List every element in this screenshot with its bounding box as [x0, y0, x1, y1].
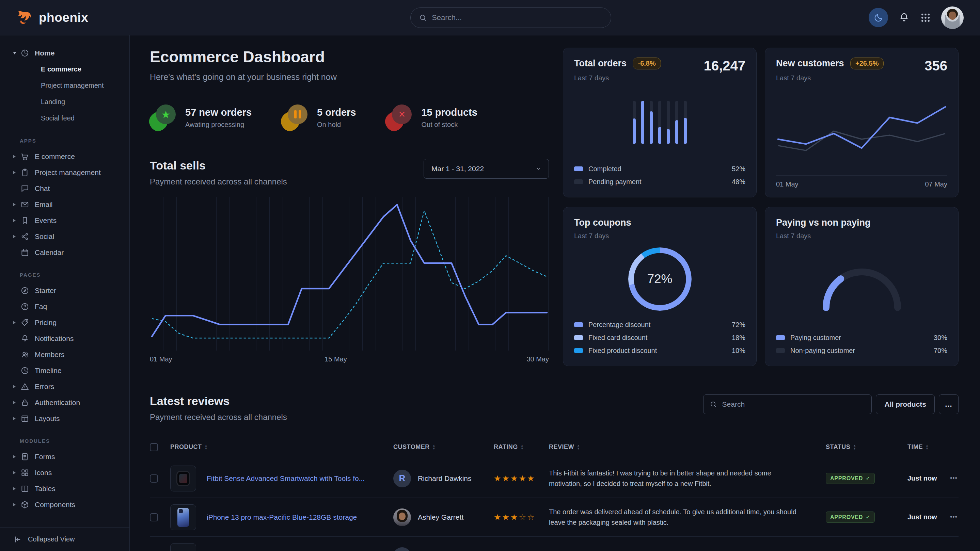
- clipboard-icon: [21, 168, 29, 177]
- legend-row: Percentage discount 72%: [574, 318, 745, 331]
- legend-swatch: [574, 335, 583, 340]
- review-text: The order was delivered ahead of schedul…: [549, 507, 826, 528]
- brand[interactable]: phoenix: [16, 10, 88, 25]
- global-search-input[interactable]: [432, 13, 603, 22]
- sidebar-item-e-commerce[interactable]: E commerce: [6, 148, 123, 164]
- sidebar-item-social[interactable]: Social: [6, 229, 123, 245]
- file-icon: [21, 452, 29, 461]
- share-icon: [21, 232, 29, 241]
- collapsed-view-toggle[interactable]: Collapsed View: [0, 527, 129, 551]
- sidebar-item-notifications[interactable]: Notifications: [6, 330, 123, 346]
- theme-toggle-button[interactable]: [869, 8, 888, 27]
- brand-name: phoenix: [39, 11, 88, 25]
- sort-icon[interactable]: ▲▼: [926, 444, 929, 450]
- product-thumbnail[interactable]: [170, 465, 196, 491]
- sidebar-item-starter[interactable]: Starter: [6, 283, 123, 299]
- card-period: Last 7 days: [574, 232, 631, 240]
- sort-icon[interactable]: ▲▼: [433, 444, 436, 450]
- card-period: Last 7 days: [776, 232, 871, 240]
- product-thumbnail[interactable]: [170, 504, 196, 530]
- kpi-cards: Total orders -6.8% Last 7 days 16,247 Co…: [563, 48, 959, 380]
- row-more-button[interactable]: •••: [950, 514, 959, 521]
- row-more-button[interactable]: •••: [950, 475, 959, 482]
- select-all-checkbox[interactable]: [150, 443, 158, 451]
- date-range-select[interactable]: Mar 1 - 31, 2022: [423, 159, 549, 179]
- reviews-search[interactable]: [703, 394, 872, 414]
- caret-right-icon: [13, 219, 20, 222]
- sidebar-item-project-management[interactable]: Project management: [6, 164, 123, 180]
- donut-center-value: 72%: [628, 248, 692, 311]
- sidebar-item-email[interactable]: Email: [6, 196, 123, 212]
- sort-icon[interactable]: ▲▼: [521, 444, 524, 450]
- reviews-search-input[interactable]: [722, 400, 865, 408]
- latest-reviews-section: Latest reviews Payment received across a…: [150, 394, 959, 551]
- sort-icon[interactable]: ▲▼: [577, 444, 580, 450]
- moon-icon: [873, 13, 884, 23]
- top-coupons-legend: Percentage discount 72% Fixed card disco…: [574, 318, 745, 357]
- apps-grid-button[interactable]: [920, 12, 931, 23]
- sidebar-item-icons[interactable]: Icons: [6, 465, 123, 481]
- user-avatar[interactable]: [941, 6, 964, 29]
- total-sells-x-axis: 01 May 15 May 30 May: [150, 355, 549, 363]
- sidebar-item-pricing[interactable]: Pricing: [6, 314, 123, 330]
- new-customers-x-axis: 01 May 07 May: [776, 175, 947, 188]
- row-checkbox[interactable]: [150, 475, 158, 483]
- new-customers-value: 356: [924, 58, 947, 73]
- card-title: Top coupons: [574, 218, 631, 228]
- legend-swatch: [776, 348, 785, 353]
- stat-title: 5 orders: [317, 107, 356, 118]
- sidebar-item-components[interactable]: Components: [6, 497, 123, 513]
- customer-name: Ashley Garrett: [418, 513, 463, 521]
- product-link[interactable]: iPhone 13 pro max-Pacific Blue-128GB sto…: [207, 513, 367, 521]
- sidebar-item-calendar[interactable]: Calendar: [6, 245, 123, 260]
- sidebar-item-chat[interactable]: Chat: [6, 180, 123, 196]
- caret-right-icon: [13, 471, 20, 475]
- sidebar-subitem-social-feed[interactable]: Social feed: [6, 110, 123, 126]
- reviews-more-button[interactable]: ...: [939, 394, 959, 414]
- sidebar-item-home[interactable]: Home: [6, 45, 123, 61]
- card-title: Total orders: [574, 58, 627, 68]
- legend-swatch: [776, 335, 785, 340]
- sidebar-item-errors[interactable]: Errors: [6, 378, 123, 394]
- users-icon: [21, 350, 29, 359]
- legend-row: Fixed card discount 18%: [574, 331, 745, 344]
- sort-icon[interactable]: ▲▼: [205, 444, 208, 450]
- sidebar-item-layouts[interactable]: Layouts: [6, 410, 123, 426]
- sidebar-item-faq[interactable]: Faq: [6, 299, 123, 314]
- trend-badge: -6.8%: [633, 57, 660, 70]
- card-title: New customers: [776, 58, 844, 68]
- sidebar-section-label: MODULES: [20, 438, 123, 444]
- stat-title: 57 new orders: [185, 107, 251, 118]
- sidebar-subitem-e-commerce[interactable]: E commerce: [6, 61, 123, 77]
- total-sells-chart: [150, 197, 549, 351]
- row-checkbox[interactable]: [150, 513, 158, 521]
- paying-legend: Paying customer 30% Non-paying customer …: [776, 331, 947, 357]
- help-icon: [21, 302, 29, 311]
- sidebar-item-forms[interactable]: Forms: [6, 449, 123, 465]
- all-products-button[interactable]: All products: [876, 394, 935, 414]
- sidebar-item-authentication[interactable]: Authentication: [6, 394, 123, 410]
- legend-swatch: [574, 179, 583, 184]
- sidebar-item-timeline[interactable]: Timeline: [6, 362, 123, 378]
- date-range-value: Mar 1 - 31, 2022: [431, 165, 484, 173]
- search-icon: [710, 400, 717, 408]
- sidebar-item-events[interactable]: Events: [6, 212, 123, 229]
- card-title: Paying vs non paying: [776, 218, 871, 228]
- columns-icon: [21, 484, 29, 493]
- sidebar-item-tables[interactable]: Tables: [6, 481, 123, 497]
- legend-swatch: [574, 322, 583, 327]
- global-search[interactable]: [410, 8, 611, 28]
- product-link[interactable]: Fitbit Sense Advanced Smartwatch with To…: [207, 475, 375, 482]
- caret-right-icon: [13, 503, 20, 507]
- sidebar-subitem-landing[interactable]: Landing: [6, 94, 123, 110]
- sidebar-item-members[interactable]: Members: [6, 346, 123, 362]
- total-orders-bar-chart: [633, 101, 687, 144]
- top-navbar: phoenix: [0, 0, 980, 35]
- stat-subtitle: On hold: [317, 121, 356, 129]
- notifications-button[interactable]: [898, 12, 910, 24]
- bell-icon: [21, 334, 29, 343]
- grid-icon: [21, 468, 29, 477]
- sort-icon[interactable]: ▲▼: [853, 444, 856, 450]
- caret-right-icon: [13, 385, 20, 388]
- sidebar-subitem-project-management[interactable]: Project management: [6, 77, 123, 94]
